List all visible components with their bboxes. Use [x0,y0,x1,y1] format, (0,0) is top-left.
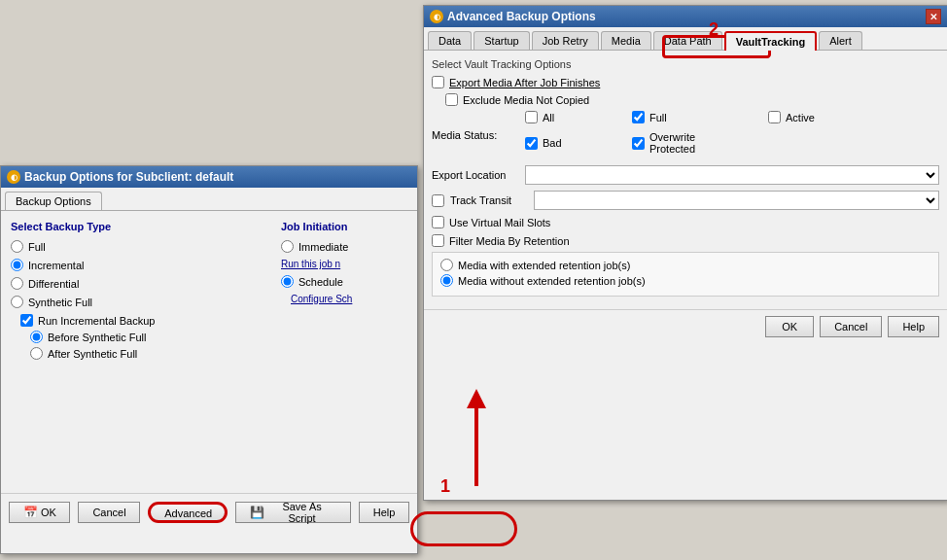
advanced-titlebar: ◐ Advanced Backup Options ✕ [424,6,947,27]
virtual-mail-slots-label: Use Virtual Mail Slots [449,217,550,228]
title-left: ◐ Backup Options for Subclient: default [7,170,233,184]
media-without-extended-radio[interactable] [440,274,453,287]
bad-check[interactable] [525,137,538,150]
differential-label: Differential [28,278,79,290]
immediate-radio[interactable] [281,240,294,253]
virtual-mail-slots-check[interactable] [432,216,444,228]
run-incremental-label: Run Incremental Backup [38,315,155,327]
before-synthetic-option: Before Synthetic Full [11,331,262,343]
cancel-button[interactable]: Cancel [78,502,140,523]
filter-media-check[interactable] [432,234,444,247]
backup-options-tab[interactable]: Backup Options [5,192,102,210]
media-extended-radio[interactable] [440,259,453,271]
overwrite-protected-row: Overwrite Protected [632,131,758,155]
help-button[interactable]: Help [359,502,409,523]
export-location-select[interactable] [525,165,939,185]
media-status-grid: All Full Active Bad Overwrite Protected [525,111,885,159]
advanced-button[interactable]: Advanced [148,502,228,523]
incremental-option: Incremental [11,259,262,271]
job-initiation-title: Job Initiation [281,221,407,232]
backup-title-icon: ◐ [7,170,20,184]
advanced-window-title: Advanced Backup Options [447,10,596,23]
advanced-circle-annotation [410,511,517,546]
export-location-row: Export Location [432,165,939,185]
run-job-label: Run this job n [281,259,407,269]
all-check[interactable] [525,111,538,123]
advanced-backup-window: ◐ Advanced Backup Options ✕ Data Startup… [423,5,947,501]
tab-alert[interactable]: Alert [819,31,862,50]
track-transit-check[interactable] [432,194,444,207]
media-extended-row: Media with extended retention job(s) [440,259,930,271]
run-incremental-check[interactable] [20,314,33,327]
immediate-option: Immediate [281,240,407,253]
exclude-media-label: Exclude Media Not Copied [463,94,589,106]
close-button[interactable]: ✕ [926,9,941,24]
filter-media-label: Filter Media By Retention [449,235,570,247]
exclude-media-row: Exclude Media Not Copied [445,93,939,106]
full-radio[interactable] [11,240,23,253]
before-synthetic-label: Before Synthetic Full [48,332,147,343]
backup-footer: 📅 OK Cancel Advanced 💾 Save As Script He… [1,493,417,531]
after-synthetic-label: After Synthetic Full [48,348,137,360]
schedule-label: Schedule [298,276,343,288]
backup-window-title: Backup Options for Subclient: default [24,170,233,184]
backup-type-title: Select Backup Type [11,221,262,232]
synthetic-full-label: Synthetic Full [28,297,92,308]
backup-right-panel: Job Initiation Immediate Run this job n … [281,221,407,483]
schedule-option: Schedule [281,275,407,288]
active-check[interactable] [768,111,781,123]
incremental-radio[interactable] [11,259,23,271]
track-transit-select[interactable] [534,191,939,210]
tab-media[interactable]: Media [601,31,651,50]
track-transit-row: Track Transit [432,191,939,210]
bad-row: Bad [525,131,622,155]
bad-label: Bad [543,137,630,149]
tab-data-path[interactable]: Data Path [653,31,722,50]
active-row: Active [768,111,885,123]
tab-job-retry[interactable]: Job Retry [532,31,599,50]
media-without-extended-row: Media without extended retention job(s) [440,274,930,287]
before-synthetic-radio[interactable] [30,331,43,343]
advanced-cancel-button[interactable]: Cancel [820,316,882,337]
backup-left-panel: Select Backup Type Full Incremental Diff… [11,221,262,483]
incremental-label: Incremental [28,260,84,271]
backup-titlebar: ◐ Backup Options for Subclient: default [1,166,417,188]
exclude-media-check[interactable] [445,93,458,106]
media-status-label: Media Status: [432,129,519,141]
differential-option: Differential [11,277,262,290]
advanced-title-icon: ◐ [430,10,443,23]
configure-schedule-link[interactable]: Configure Sch [281,294,407,304]
tab-startup[interactable]: Startup [474,31,529,50]
full-label: Full [28,241,46,253]
export-media-check[interactable] [432,76,444,88]
filter-media-row: Filter Media By Retention [432,234,939,247]
virtual-mail-slots-row: Use Virtual Mail Slots [432,216,939,228]
after-synthetic-radio[interactable] [30,347,43,360]
ok-button[interactable]: 📅 OK [9,502,70,523]
advanced-title-left: ◐ Advanced Backup Options [430,10,596,23]
overwrite-protected-label: Overwrite Protected [649,131,737,155]
after-synthetic-option: After Synthetic Full [11,347,262,360]
synthetic-full-option: Synthetic Full [11,296,262,308]
overwrite-protected-check[interactable] [632,137,645,150]
advanced-ok-button[interactable]: OK [765,316,814,337]
advanced-help-button[interactable]: Help [888,316,939,337]
full-check[interactable] [632,111,645,123]
media-status-section: Media Status: All Full Active Bad [432,111,939,159]
synthetic-full-radio[interactable] [11,296,23,308]
tab-vault-tracking[interactable]: VaultTracking [724,31,818,51]
immediate-label: Immediate [298,241,348,253]
backup-options-window: ◐ Backup Options for Subclient: default … [0,165,418,554]
advanced-footer: OK Cancel Help [424,309,947,343]
full-option: Full [11,240,262,253]
full-status-row: Full [632,111,758,123]
media-extended-label: Media with extended retention job(s) [458,260,630,271]
differential-radio[interactable] [11,277,23,290]
schedule-radio[interactable] [281,275,294,288]
backup-tab-bar: Backup Options [1,188,417,211]
advanced-tab-bar: Data Startup Job Retry Media Data Path V… [424,27,947,51]
tab-data[interactable]: Data [428,31,472,50]
backup-content: Select Backup Type Full Incremental Diff… [1,211,417,493]
retention-radio-section: Media with extended retention job(s) Med… [432,252,939,297]
save-as-script-button[interactable]: 💾 Save As Script [235,502,350,523]
